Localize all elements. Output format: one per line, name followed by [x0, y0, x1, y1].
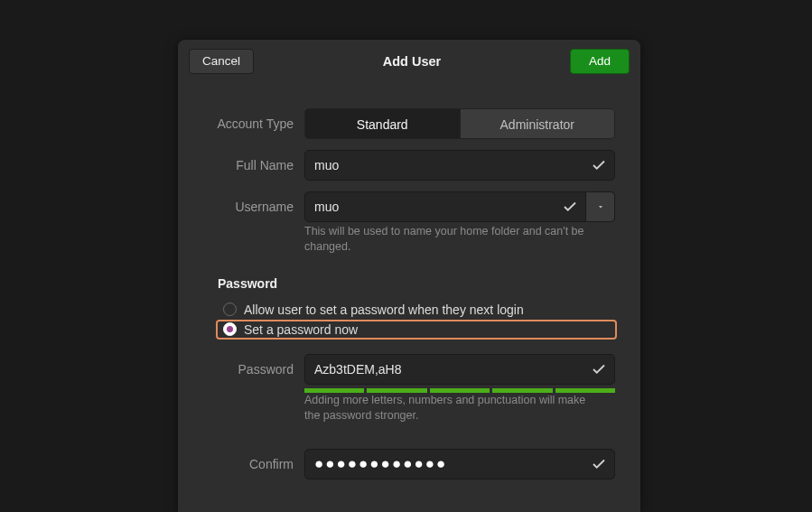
radio-label: Allow user to set a password when they n…	[244, 303, 524, 317]
account-type-standard-button[interactable]: Standard	[304, 108, 461, 139]
username-hint: This will be used to name your home fold…	[304, 224, 593, 255]
full-name-field[interactable]: muo	[304, 150, 615, 181]
radio-label: Set a password now	[244, 322, 358, 337]
chevron-down-icon	[596, 202, 605, 211]
full-name-value: muo	[314, 158, 591, 172]
radio-set-later[interactable]: Allow user to set a password when they n…	[218, 300, 615, 320]
check-icon	[591, 157, 607, 173]
dialog-title: Add User	[254, 54, 570, 69]
account-type-administrator-button[interactable]: Administrator	[461, 108, 616, 139]
password-hint: Adding more letters, numbers and punctua…	[304, 393, 593, 424]
radio-set-now[interactable]: Set a password now	[216, 320, 617, 340]
check-icon	[591, 361, 607, 377]
account-type-segmented: Standard Administrator	[304, 108, 615, 139]
confirm-field[interactable]: ●●●●●●●●●●●●	[304, 449, 615, 479]
confirm-row: Confirm ●●●●●●●●●●●●	[203, 449, 615, 479]
radio-icon	[223, 303, 237, 316]
confirm-value: ●●●●●●●●●●●●	[314, 456, 591, 471]
password-radio-group: Allow user to set a password when they n…	[218, 300, 615, 340]
username-row: Username muo	[203, 191, 615, 222]
add-button[interactable]: Add	[570, 49, 630, 74]
full-name-row: Full Name muo	[203, 150, 615, 181]
check-icon	[562, 199, 578, 215]
cancel-button[interactable]: Cancel	[189, 49, 254, 74]
password-value: Azb3tDEM,aH8	[314, 362, 591, 377]
account-type-row: Account Type Standard Administrator	[203, 108, 615, 139]
radio-icon	[223, 322, 237, 336]
username-label: Username	[203, 200, 304, 214]
titlebar: Cancel Add User Add	[178, 40, 640, 83]
password-label: Password	[203, 362, 304, 377]
password-row: Password Azb3tDEM,aH8	[203, 354, 615, 385]
confirm-label: Confirm	[203, 457, 304, 471]
password-heading: Password	[218, 276, 615, 291]
password-field[interactable]: Azb3tDEM,aH8	[304, 354, 615, 385]
full-name-label: Full Name	[203, 158, 304, 172]
add-user-dialog: Cancel Add User Add Account Type Standar…	[178, 40, 640, 512]
check-icon	[591, 456, 607, 472]
account-type-label: Account Type	[203, 116, 304, 131]
dialog-content: Account Type Standard Administrator Full…	[178, 83, 640, 479]
username-dropdown-button[interactable]	[586, 191, 615, 222]
username-value: muo	[314, 200, 562, 214]
username-field[interactable]: muo	[304, 191, 586, 222]
